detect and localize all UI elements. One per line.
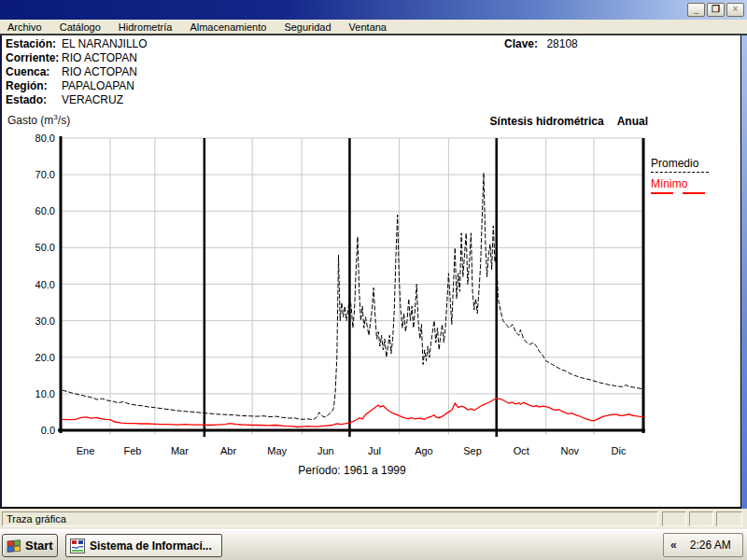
series-minimo (63, 399, 643, 427)
station-row: Región: PAPALOAPAN (6, 79, 148, 93)
y-tick-label: 30.0 (35, 315, 55, 327)
legend-minimo-label: Mínimo (651, 177, 735, 190)
x-month-label: Abr (220, 445, 236, 456)
x-month-label: May (267, 445, 287, 456)
window-border-right (740, 35, 747, 509)
station-key-value: 28108 (546, 37, 577, 50)
legend-promedio-line-sample (651, 172, 709, 173)
x-month-label: Ago (415, 445, 433, 456)
system-tray: « 2:26 AM (663, 533, 743, 557)
station-label: Estado: (6, 93, 62, 107)
station-value: RIO ACTOPAN (62, 51, 148, 65)
start-button[interactable]: Start (2, 534, 58, 557)
y-tick-label: 0.0 (41, 425, 55, 436)
station-row: Estado: VERACRUZ (6, 93, 148, 107)
station-label: Estación: (6, 37, 62, 51)
windows-logo-icon (7, 539, 21, 553)
y-tick-label: 60.0 (35, 205, 55, 217)
window-border-left (0, 35, 2, 509)
tray-collapse-chevron-icon[interactable]: « (670, 539, 677, 552)
taskbar-task-label: Sistema de Informaci... (90, 539, 212, 553)
taskbar-clock: 2:26 AM (683, 539, 742, 552)
x-month-label: Jun (317, 445, 334, 456)
station-label: Corriente: (6, 51, 62, 65)
status-message-panel: Traza gráfica (2, 511, 658, 526)
chart-legend: Promedio Mínimo (651, 157, 735, 194)
y-tick-label: 10.0 (35, 388, 55, 399)
station-value: RIO ACTOPAN (62, 65, 148, 79)
x-month-label: Ene (77, 445, 95, 456)
station-value: VERACRUZ (62, 93, 148, 107)
x-month-label: Mar (171, 445, 189, 456)
x-month-label: Jul (368, 445, 381, 456)
chart-title-period: Anual (617, 115, 648, 128)
taskbar: Start Sistema de Informaci... « 2:26 AM (0, 529, 747, 560)
x-month-label: Dic (612, 445, 627, 456)
y-axis-title: Gasto (m3/s) (7, 113, 70, 127)
x-month-label: Oct (514, 445, 529, 456)
chart-title-main: Síntesis hidrométrica (490, 115, 604, 128)
station-row: Corriente: RIO ACTOPAN (6, 51, 148, 65)
y-tick-label: 20.0 (35, 352, 55, 363)
station-row: Cuenca: RIO ACTOPAN (6, 65, 148, 79)
x-month-label: Sep (463, 445, 482, 456)
legend-promedio-label: Promedio (651, 157, 735, 170)
station-key: Clave: 28108 (504, 37, 578, 50)
start-button-label: Start (25, 539, 53, 553)
chart-caption: Período: 1961 a 1999 (298, 464, 406, 477)
y-tick-label: 50.0 (35, 242, 55, 253)
chart-title: Síntesis hidrométrica Anual (490, 115, 648, 128)
y-tick-label: 40.0 (35, 279, 55, 290)
station-label: Región: (6, 79, 62, 93)
station-value: PAPALOAPAN (62, 79, 148, 93)
y-tick-label: 80.0 (35, 133, 55, 144)
x-month-label: Feb (123, 445, 141, 456)
station-value: EL NARANJILLO (62, 37, 148, 51)
status-panel-2 (689, 511, 713, 526)
y-tick-label: 70.0 (35, 169, 55, 180)
station-label: Cuenca: (6, 65, 62, 79)
taskbar-task-sias[interactable]: Sistema de Informaci... (65, 534, 222, 557)
status-panel-1 (662, 511, 686, 526)
series-promedio (63, 173, 643, 420)
legend-minimo-line-sample (651, 192, 705, 194)
x-month-label: Nov (561, 445, 580, 456)
station-key-label: Clave: (504, 37, 538, 50)
app-icon (70, 539, 85, 553)
station-info: Estación: EL NARANJILLO Corriente: RIO A… (6, 37, 148, 107)
status-bar: Traza gráfica (0, 509, 747, 529)
status-panel-3 (716, 511, 742, 526)
station-row: Estación: EL NARANJILLO (6, 37, 148, 51)
